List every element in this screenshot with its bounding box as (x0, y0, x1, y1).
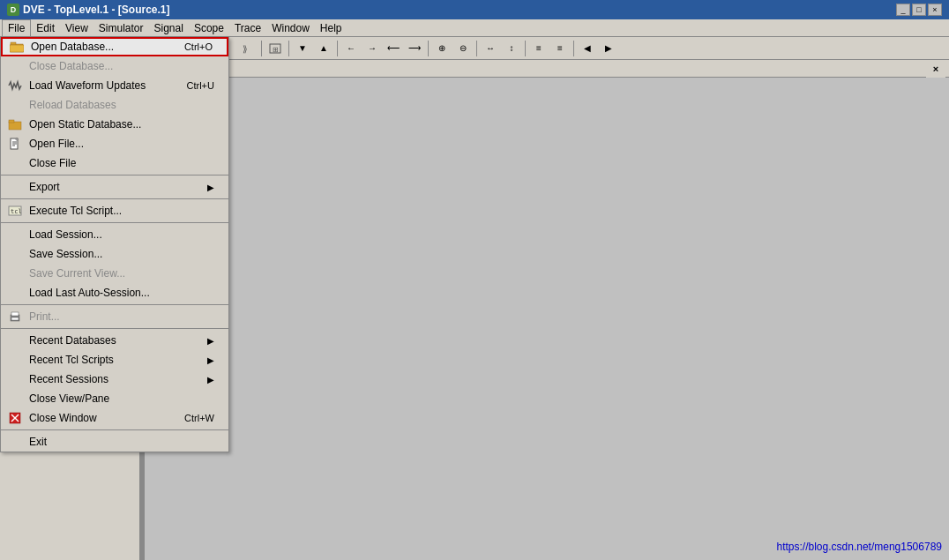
toolbar-sep-7 (476, 41, 477, 56)
menu-save-current-view[interactable]: Save Current View... (1, 264, 228, 283)
toolbar-btn-6[interactable]: ▼ (293, 40, 312, 57)
open-file-label: Open File... (29, 138, 84, 150)
menu-trace[interactable]: Trace (229, 19, 266, 36)
sep-5 (1, 328, 228, 329)
recent-databases-arrow: ▶ (207, 336, 214, 346)
toolbar-btn-9[interactable]: → (362, 40, 382, 57)
menu-window[interactable]: Window (266, 19, 315, 36)
toolbar-btn-18[interactable]: ◀ (578, 40, 597, 57)
toolbar-sep-6 (428, 41, 429, 56)
open-database-label: Open Database... (31, 41, 114, 53)
menu-simulator[interactable]: Simulator (93, 19, 149, 36)
save-current-view-label: Save Current View... (29, 267, 125, 280)
toolbar-btn-13[interactable]: ⊖ (453, 40, 473, 57)
svg-rect-10 (9, 122, 21, 130)
svg-rect-11 (9, 120, 14, 123)
menu-load-session[interactable]: Load Session... (1, 225, 228, 244)
toolbar-btn-10[interactable]: ⟵ (384, 40, 403, 57)
svg-text:⟫: ⟫ (243, 44, 248, 54)
toolbar-sep-4 (288, 41, 289, 56)
open-static-database-label: Open Static Database... (29, 118, 141, 131)
folder-open-icon (10, 40, 24, 54)
toolbar-btn-5[interactable]: ⊞ (265, 40, 285, 57)
menu-exit[interactable]: Exit (1, 432, 228, 452)
menu-signal[interactable]: Signal (149, 19, 189, 36)
toolbar-btn-17[interactable]: ≡ (550, 40, 570, 57)
folder-static-icon (8, 117, 22, 131)
print-label: Print... (29, 310, 60, 323)
minimize-button[interactable]: _ (896, 4, 910, 16)
toolbar-btn-16[interactable]: ≡ (529, 40, 549, 57)
close-file-label: Close File (29, 157, 76, 169)
menu-recent-tcl-scripts[interactable]: Recent Tcl Scripts ▶ (1, 350, 228, 370)
menu-bar: File Edit View Simulator Signal Scope Tr… (0, 19, 949, 37)
sep-6 (1, 429, 228, 430)
maximize-button[interactable]: □ (912, 4, 926, 16)
menu-file[interactable]: File (2, 19, 31, 36)
title-bar: D DVE - TopLevel.1 - [Source.1] _ □ × (0, 0, 949, 19)
menu-close-window[interactable]: Close Window Ctrl+W (1, 408, 228, 428)
recent-tcl-scripts-arrow: ▶ (207, 355, 214, 365)
export-submenu-arrow: ▶ (207, 183, 214, 192)
sep-2 (1, 198, 228, 199)
reload-databases-label: Reload Databases (29, 99, 116, 111)
menu-edit[interactable]: Edit (31, 19, 60, 36)
menu-save-session[interactable]: Save Session... (1, 244, 228, 264)
app-icon: D (7, 4, 19, 16)
toolbar-btn-15[interactable]: ↕ (502, 40, 521, 57)
close-window-label: Close Window (29, 412, 97, 424)
svg-rect-20 (11, 317, 19, 320)
menu-reload-databases[interactable]: Reload Databases (1, 95, 228, 115)
menu-close-database[interactable]: Close Database... (1, 56, 228, 76)
load-waveform-label: Load Waveform Updates (29, 79, 146, 92)
menu-execute-tcl[interactable]: tcl Execute Tcl Script... (1, 201, 228, 220)
toolbar2-close[interactable]: × (926, 60, 945, 78)
menu-open-file[interactable]: Open File... (1, 134, 228, 153)
menu-help[interactable]: Help (315, 19, 347, 36)
toolbar-btn-12[interactable]: ⊕ (432, 40, 452, 57)
toolbar-btn-8[interactable]: ← (341, 40, 361, 57)
toolbar-btn-14[interactable]: ↔ (481, 40, 500, 57)
content-area (145, 78, 949, 560)
file-dropdown-menu: Open Database... Ctrl+O Close Database..… (0, 37, 229, 452)
menu-open-database[interactable]: Open Database... Ctrl+O (1, 37, 228, 56)
menu-print[interactable]: Print... (1, 307, 228, 326)
menu-recent-databases[interactable]: Recent Databases ▶ (1, 331, 228, 350)
export-label: Export (29, 181, 60, 193)
toolbar-btn-11[interactable]: ⟶ (405, 40, 424, 57)
close-button[interactable]: × (928, 4, 942, 16)
execute-tcl-label: Execute Tcl Script... (29, 205, 122, 217)
watermark: https://blog.csdn.net/meng1506789 (777, 541, 942, 553)
recent-databases-label: Recent Databases (29, 334, 116, 347)
toolbar-btn-4[interactable]: ⟫ (238, 40, 258, 57)
title-text: DVE - TopLevel.1 - [Source.1] (23, 4, 169, 16)
menu-scope[interactable]: Scope (189, 19, 229, 36)
sep-4 (1, 304, 228, 305)
toolbar-sep-3 (261, 41, 262, 56)
menu-close-file[interactable]: Close File (1, 153, 228, 173)
title-bar-controls[interactable]: _ □ × (896, 4, 942, 16)
recent-sessions-arrow: ▶ (207, 375, 214, 385)
toolbar-sep-8 (525, 41, 526, 56)
toolbar-sep-5 (337, 41, 338, 56)
recent-sessions-label: Recent Sessions (29, 373, 108, 385)
load-last-auto-session-label: Load Last Auto-Session... (29, 287, 150, 299)
sep-1 (1, 175, 228, 175)
menu-load-last-auto-session[interactable]: Load Last Auto-Session... (1, 283, 228, 302)
menu-load-waveform[interactable]: Load Waveform Updates Ctrl+U (1, 76, 228, 95)
menu-close-view-pane[interactable]: Close View/Pane (1, 389, 228, 408)
tcl-icon: tcl (8, 204, 22, 218)
toolbar-sep-9 (573, 41, 574, 56)
toolbar-btn-7[interactable]: ▲ (314, 40, 333, 57)
svg-rect-8 (11, 42, 16, 45)
toolbar-btn-19[interactable]: ▶ (599, 40, 618, 57)
menu-view[interactable]: View (60, 19, 93, 36)
menu-open-static-database[interactable]: Open Static Database... (1, 115, 228, 134)
sep-3 (1, 222, 228, 223)
exit-label: Exit (29, 436, 47, 448)
menu-export[interactable]: Export ▶ (1, 177, 228, 197)
title-bar-left: D DVE - TopLevel.1 - [Source.1] (7, 4, 169, 16)
close-view-pane-label: Close View/Pane (29, 392, 109, 405)
menu-recent-sessions[interactable]: Recent Sessions ▶ (1, 370, 228, 389)
svg-rect-19 (11, 312, 19, 316)
